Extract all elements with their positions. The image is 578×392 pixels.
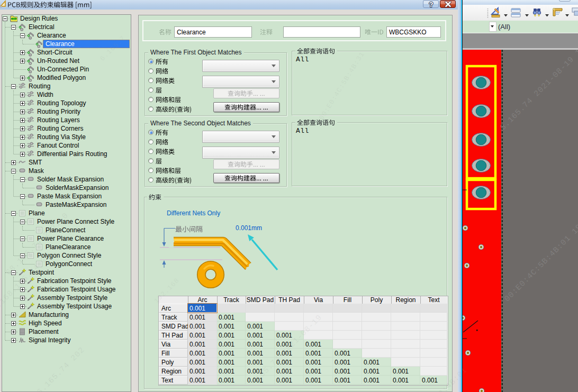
svg-text:?: ? [429,1,434,8]
